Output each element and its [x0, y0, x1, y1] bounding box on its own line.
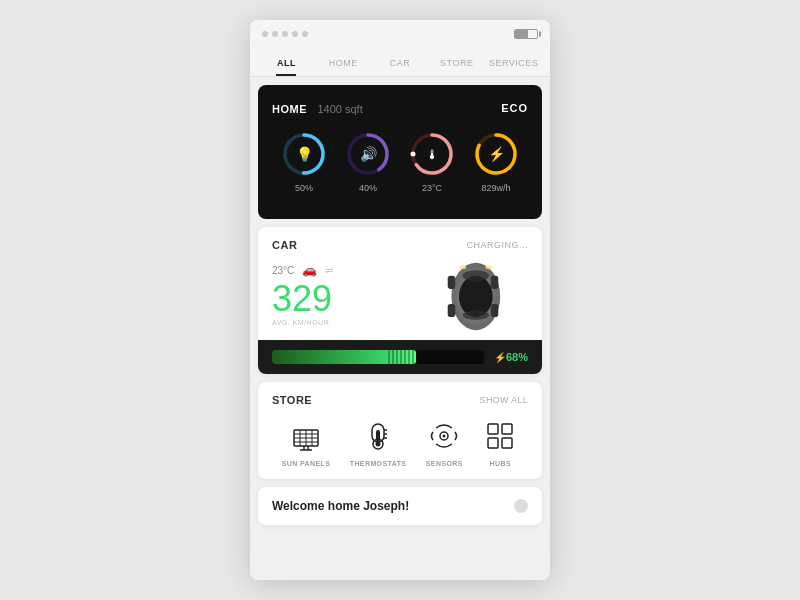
- car-share-icon: ⇌: [325, 265, 333, 276]
- gauge-circle-sound: 🔊: [345, 131, 391, 177]
- tab-all[interactable]: ALL: [258, 48, 315, 76]
- svg-point-34: [376, 442, 381, 447]
- gauge-icon-sound: 🔊: [360, 146, 377, 162]
- gauge-icon-light: 💡: [296, 146, 313, 162]
- svg-point-12: [463, 310, 489, 319]
- tab-store[interactable]: STORE: [428, 48, 485, 76]
- gauge-value-energy: 829w/h: [481, 183, 510, 193]
- store-item-hubs[interactable]: HUBS: [482, 418, 518, 467]
- sensors-icon: [426, 418, 462, 454]
- gauge-value-light: 50%: [295, 183, 313, 193]
- gauge-circle-temp: 🌡: [409, 131, 455, 177]
- status-dot-1: [262, 31, 268, 37]
- car-temp-row: 23°C 🚗 ⇌: [272, 263, 333, 277]
- svg-rect-40: [488, 424, 498, 434]
- gauge-temp[interactable]: 🌡 23°C: [409, 131, 455, 193]
- home-title: HOME: [272, 103, 307, 115]
- charging-label: CHARGING...: [466, 240, 528, 250]
- store-header: STORE SHOW ALL: [272, 394, 528, 406]
- battery-bolt-icon: ⚡: [494, 352, 506, 363]
- gauge-light[interactable]: 💡 50%: [281, 131, 327, 193]
- car-label: CAR: [272, 239, 297, 251]
- status-dot-3: [282, 31, 288, 37]
- nav-tabs: ALL HOME CAR STORE SERVICES: [250, 48, 550, 77]
- home-sqft: 1400 sqft: [317, 103, 362, 115]
- svg-point-20: [485, 265, 493, 269]
- store-label: STORE: [272, 394, 312, 406]
- scroll-content: HOME 1400 sqft ECO 💡 50%: [250, 77, 550, 580]
- car-image-area: [418, 257, 528, 332]
- gauges-row: 💡 50% 🔊 40%: [272, 131, 528, 193]
- show-all-button[interactable]: SHOW ALL: [480, 395, 528, 405]
- svg-rect-15: [448, 276, 456, 289]
- status-bar: [250, 20, 550, 48]
- welcome-bar: Welcome home Joseph!: [258, 487, 542, 525]
- store-item-sensors[interactable]: SENSORS: [426, 418, 463, 467]
- gauge-sound[interactable]: 🔊 40%: [345, 131, 391, 193]
- car-info-left: 23°C 🚗 ⇌ 329 AVG. KM/HOUR: [272, 263, 333, 326]
- car-speed-label: AVG. KM/HOUR: [272, 319, 333, 326]
- svg-point-11: [463, 270, 489, 281]
- svg-rect-42: [488, 438, 498, 448]
- status-dot-5: [302, 31, 308, 37]
- battery-bar-fill: [272, 350, 416, 364]
- welcome-text: Welcome home Joseph!: [272, 499, 409, 513]
- car-temperature: 23°C: [272, 265, 294, 276]
- battery-percent: ⚡68%: [494, 351, 528, 363]
- svg-rect-17: [448, 304, 456, 317]
- gauge-icon-energy: ⚡: [488, 146, 505, 162]
- eco-badge: ECO: [501, 102, 528, 114]
- svg-rect-16: [491, 276, 499, 289]
- gauge-circle-light: 💡: [281, 131, 327, 177]
- home-card-header: HOME 1400 sqft ECO: [272, 99, 528, 117]
- welcome-dot[interactable]: [514, 499, 528, 513]
- sun-panels-icon: [288, 418, 324, 454]
- status-dot-2: [272, 31, 278, 37]
- hubs-label: HUBS: [490, 460, 511, 467]
- car-small-icon: 🚗: [302, 263, 317, 277]
- home-card: HOME 1400 sqft ECO 💡 50%: [258, 85, 542, 219]
- store-item-thermostats[interactable]: THERMOSTATS: [350, 418, 407, 467]
- tab-home[interactable]: HOME: [315, 48, 372, 76]
- thermostats-icon: [360, 418, 396, 454]
- car-card-top: CAR CHARGING... 23°C 🚗 ⇌ 329 AVG. KM/HOU…: [258, 227, 542, 340]
- sun-panels-label: SUN PANELS: [282, 460, 331, 467]
- gauge-icon-temp: 🌡: [426, 147, 439, 162]
- store-item-sun-panels[interactable]: SUN PANELS: [282, 418, 331, 467]
- car-info-row: 23°C 🚗 ⇌ 329 AVG. KM/HOUR: [272, 257, 528, 332]
- tab-car[interactable]: CAR: [372, 48, 429, 76]
- home-title-row: HOME 1400 sqft: [272, 99, 363, 117]
- car-card: CAR CHARGING... 23°C 🚗 ⇌ 329 AVG. KM/HOU…: [258, 227, 542, 374]
- gauge-circle-energy: ⚡: [473, 131, 519, 177]
- gauge-energy[interactable]: ⚡ 829w/h: [473, 131, 519, 193]
- svg-point-6: [411, 152, 416, 157]
- status-dot-4: [292, 31, 298, 37]
- gauge-value-temp: 23°C: [422, 183, 442, 193]
- svg-rect-18: [491, 304, 499, 317]
- status-dots: [262, 31, 308, 37]
- car-card-header: CAR CHARGING...: [272, 239, 528, 251]
- phone-frame: ALL HOME CAR STORE SERVICES HOME 1400 sq…: [250, 20, 550, 580]
- svg-point-19: [459, 265, 467, 269]
- svg-rect-33: [376, 430, 380, 442]
- store-items-row: SUN PANELS THERMOST: [272, 418, 528, 467]
- car-svg: [418, 257, 528, 332]
- store-card: STORE SHOW ALL: [258, 382, 542, 479]
- sensors-label: SENSORS: [426, 460, 463, 467]
- hubs-icon: [482, 418, 518, 454]
- thermostats-label: THERMOSTATS: [350, 460, 407, 467]
- battery-bar-track: [272, 350, 484, 364]
- battery-icon: [514, 29, 538, 39]
- svg-rect-43: [502, 438, 512, 448]
- car-speed-value: 329: [272, 281, 333, 317]
- battery-bar-section: ⚡68%: [258, 340, 542, 374]
- svg-point-39: [443, 435, 446, 438]
- tab-services[interactable]: SERVICES: [485, 48, 542, 76]
- battery-fill: [515, 30, 528, 38]
- svg-rect-41: [502, 424, 512, 434]
- gauge-value-sound: 40%: [359, 183, 377, 193]
